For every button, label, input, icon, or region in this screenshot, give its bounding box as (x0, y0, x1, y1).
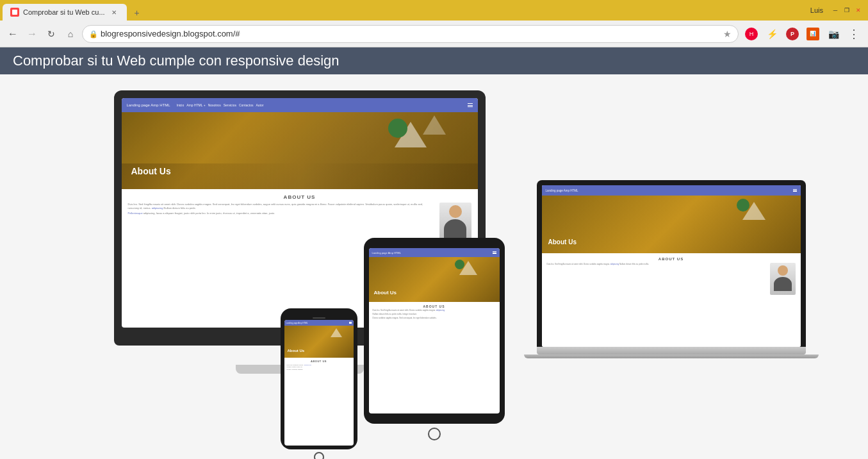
red-extension-icon: H (745, 28, 758, 40)
tablet-hero-text: About Us (374, 290, 397, 296)
extensions-button[interactable]: H (742, 25, 760, 43)
laptop-about-img (770, 263, 796, 295)
nav-link-nosotros: Nosotros (208, 103, 221, 107)
page-title: Comprobar si tu Web cumple con responsiv… (13, 53, 340, 69)
pinterest-button[interactable]: P (783, 25, 801, 43)
nav-link-servicios: Servicios (224, 103, 236, 107)
back-button[interactable]: ← (5, 26, 20, 42)
hero-bg: About Us (122, 112, 478, 189)
laptop-about-title: ABOUT US (547, 257, 796, 261)
user-name: Luis (810, 6, 823, 14)
minimize-button[interactable]: ─ (831, 6, 840, 15)
ham-line-3 (349, 323, 352, 324)
plant-decoration (388, 119, 407, 138)
laptop-plant (737, 199, 749, 212)
browser-window: Comprobar si tu Web cu... ✕ + Luis ─ ❐ ✕… (0, 0, 868, 459)
person-head (449, 205, 462, 218)
tab-close-button[interactable]: ✕ (109, 7, 119, 17)
nav-link-contactos: Contactos (239, 103, 254, 107)
close-button[interactable]: ✕ (854, 6, 863, 15)
laptop-nav-brand: Landing page Amp HTML (546, 189, 578, 192)
about-link-2[interactable]: Pellentesque (128, 212, 143, 215)
phone-site-nav: Landing page Amp HTML (284, 320, 354, 326)
person-body (444, 219, 466, 238)
lightning-button[interactable]: ⚡ (763, 25, 781, 43)
pinterest-icon: P (786, 28, 799, 40)
laptop-about-para: Duis leo. Sed fringilla mauris sit amet … (547, 263, 766, 295)
window-controls: Luis ─ ❐ ✕ (810, 6, 863, 15)
tablet-about-para-2: Nullam dictum felis eu pede mollis. Inte… (373, 313, 496, 316)
tab-area: Comprobar si tu Web cu... ✕ + (3, 0, 145, 21)
phone-outer: Landing page Amp HTML About Us (281, 308, 357, 449)
bookmark-icon[interactable]: ★ (723, 29, 732, 39)
site-nav-links: Inicio Amp HTML + Nosotros Servicios Con… (177, 103, 264, 107)
about-para-1: Duis leo. Sed fringilla mauris sit amet … (128, 203, 434, 210)
forward-icon: → (27, 28, 37, 40)
tablet-outer: Landing page Amp HTML About Us (364, 238, 505, 424)
laptop-mockup: Landing page Amp HTML About Us (537, 180, 806, 358)
home-button[interactable]: ⌂ (63, 26, 78, 42)
active-tab[interactable]: Comprobar si tu Web cu... ✕ (3, 4, 127, 21)
hero-text-desktop: About Us (131, 166, 171, 176)
nav-link-amp: Amp HTML + (186, 103, 205, 107)
tablet-about-title: ABOUT US (373, 305, 496, 308)
hamburger-icon (468, 103, 473, 107)
about-text: Duis leo. Sed fringilla mauris sit amet … (128, 203, 434, 241)
phone-hamburger-icon (349, 322, 352, 324)
forward-button[interactable]: → (24, 26, 40, 42)
site-nav-desktop: Landing page Amp HTML Inicio Amp HTML + … (122, 98, 478, 112)
desktop-hero: About Us (122, 112, 478, 189)
phone-tri (331, 328, 342, 337)
refresh-button[interactable]: ↻ (44, 26, 59, 42)
laptop-about-link[interactable]: adipiscing (610, 263, 619, 265)
laptop-hero-text: About Us (548, 238, 577, 246)
back-icon: ← (8, 28, 18, 40)
tablet-about: ABOUT US Duis leo. Sed fringilla mauris … (369, 302, 500, 324)
phone-hero: About Us (284, 326, 354, 358)
tablet-site-nav: Landing page Amp HTML (369, 248, 500, 257)
url-text: blogresponsivedesign.blogspot.com/# (101, 29, 719, 38)
site-nav-brand: Landing page Amp HTML (127, 103, 170, 107)
menu-button[interactable]: ⋮ (845, 25, 863, 43)
laptop-bottom (524, 355, 819, 358)
refresh-icon: ↻ (47, 29, 55, 39)
laptop-screen-outer: Landing page Amp HTML About Us (537, 180, 806, 347)
about-image (439, 203, 471, 241)
laptop-hamburger-icon (793, 189, 797, 192)
laptop-site-nav: Landing page Amp HTML (542, 185, 801, 196)
tab-favicon (10, 8, 19, 17)
page-content: Landing page Amp HTML Inicio Amp HTML + … (0, 74, 868, 459)
laptop-hero: About Us (542, 196, 801, 253)
address-bar[interactable]: 🔒 blogresponsivedesign.blogspot.com/# ★ (82, 25, 739, 43)
camera-button[interactable]: 📷 (824, 25, 842, 43)
triangle-2 (423, 115, 446, 135)
lightning-icon: ⚡ (767, 29, 778, 39)
camera-icon: 📷 (828, 29, 839, 39)
phone-hero-text: About Us (288, 349, 305, 353)
about-title-desktop: ABOUT US (128, 194, 471, 200)
tab-title: Comprobar si tu Web cu... (23, 8, 105, 16)
about-para-2: Pellentesque adipiscing, lacus a aliquam… (128, 212, 434, 215)
laptop-person-body (774, 277, 792, 291)
tablet-link-1[interactable]: adipiscing (436, 309, 445, 312)
phone-link-1[interactable]: adipiscing (304, 364, 311, 366)
analytics-button[interactable]: 📊 (804, 25, 822, 43)
nav-link-autor: Autor (256, 103, 263, 107)
phone-about-title: ABOUT US (287, 360, 351, 363)
tablet-plant (455, 260, 464, 269)
phone-home-button[interactable] (314, 452, 324, 459)
laptop-about-content: Duis leo. Sed fringilla mauris sit amet … (547, 263, 796, 295)
nav-link-inicio: Inicio (177, 103, 184, 107)
laptop-base (537, 347, 806, 355)
tablet-nav-brand: Landing page Amp HTML (372, 251, 401, 255)
tablet-about-para-3: Donec sodales sagittis magna. Sed conseq… (373, 317, 496, 320)
speaker-bar (313, 317, 325, 319)
phone-about-para-3: Donec sodales sagittis. (287, 369, 351, 371)
tablet-screen: Landing page Amp HTML About Us (369, 248, 500, 413)
restore-button[interactable]: ❐ (842, 6, 851, 15)
home-icon: ⌂ (68, 29, 73, 39)
about-link-1[interactable]: adipiscing (152, 206, 163, 210)
hero-bottom-gradient (122, 163, 478, 189)
new-tab-button[interactable]: + (129, 5, 145, 21)
tablet-home-button[interactable] (428, 428, 441, 440)
